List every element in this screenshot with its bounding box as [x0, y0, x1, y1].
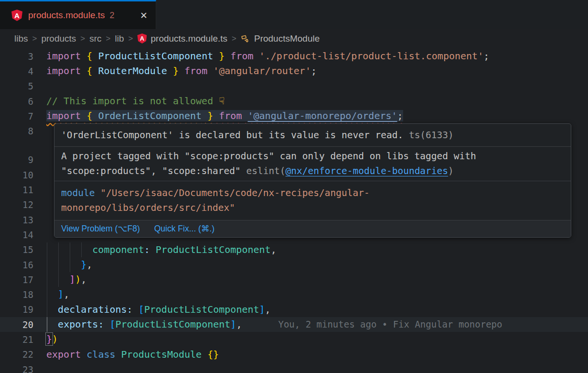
- code-line-19[interactable]: 19 declarations: [ProductListComponent],: [0, 302, 588, 317]
- line-number: 3: [0, 51, 46, 62]
- module-keyword: module: [61, 187, 95, 198]
- eslint-message-line1: A project tagged with "scope:products" c…: [61, 149, 564, 164]
- code-line-4[interactable]: 4import { RouterModule } from '@angular/…: [0, 64, 588, 78]
- line-number: 12: [0, 199, 46, 210]
- indent-guide: [58, 272, 59, 287]
- code-line-17[interactable]: 17 ]),: [0, 272, 588, 287]
- code-line-content: }): [46, 332, 588, 347]
- code-line-6[interactable]: 6// This import is not allowed ☟: [0, 94, 588, 109]
- line-number: 8: [0, 126, 46, 136]
- error-highlight-range: import { OrderListComponent } from '@ang…: [46, 110, 403, 121]
- line-number: 9: [0, 154, 46, 165]
- indent-guide: [70, 242, 70, 257]
- line-number: 15: [0, 244, 46, 255]
- module-path-line1: "/Users/isaac/Documents/code/nx-recipes/…: [95, 187, 369, 198]
- code-line-21[interactable]: 21}): [0, 332, 588, 347]
- indent-guide: [81, 242, 82, 257]
- code-line-content: // This import is not allowed ☟: [46, 94, 588, 109]
- breadcrumb-item-file[interactable]: products.module.ts: [150, 33, 227, 44]
- eslint-message-line2: "scope:products", "scope:shared": [61, 165, 246, 176]
- indent-guide: [70, 257, 70, 272]
- hover-eslint-diagnostic: A project tagged with "scope:products" c…: [54, 147, 571, 181]
- line-number: 14: [0, 230, 46, 240]
- eslint-source-close: ): [448, 165, 454, 176]
- eslint-source-open: eslint(: [246, 165, 285, 176]
- code-line-content: ],: [46, 287, 588, 302]
- indent-guide: [47, 242, 47, 257]
- code-line-content: [46, 79, 588, 94]
- code-line-16[interactable]: 16 },: [0, 257, 588, 272]
- code-line-content: [46, 362, 588, 373]
- indent-guide: [47, 257, 47, 272]
- hover-popup: 'OrderListComponent' is declared but its…: [54, 123, 571, 238]
- line-number: 23: [0, 364, 46, 373]
- tab-problem-count: 2: [110, 11, 115, 21]
- line-number: 6: [0, 96, 46, 107]
- git-blame-annotation: You, 2 minutes ago • Fix Angular monorep…: [278, 319, 502, 329]
- code-line-content: import { RouterModule } from '@angular/r…: [46, 64, 588, 78]
- chevron-right-icon: >: [102, 34, 115, 44]
- symbol-class-icon: [241, 34, 250, 44]
- breadcrumb-item-src[interactable]: src: [89, 33, 101, 44]
- code-line-content: exports: [ProductListComponent],You, 2 m…: [46, 317, 588, 332]
- line-number: 17: [0, 274, 46, 285]
- indent-guide: [58, 257, 59, 272]
- indent-guide: [47, 302, 47, 317]
- tab-title: products.module.ts: [28, 10, 105, 21]
- code-line-content: export class ProductsModule {}: [46, 347, 588, 362]
- chevron-right-icon: >: [76, 34, 89, 44]
- hover-status-bar: View Problem (⌥F8) Quick Fix... (⌘.): [54, 220, 571, 237]
- diagnostic-message: 'OrderListComponent' is declared but its…: [61, 130, 403, 141]
- tab-bar: A products.module.ts 2 ✕: [0, 0, 588, 29]
- code-line-18[interactable]: 18 ],: [0, 287, 588, 302]
- diagnostic-code: ts(6133): [409, 130, 454, 141]
- code-line-content: component: ProductListComponent,: [46, 242, 588, 257]
- angular-icon: A: [11, 10, 22, 21]
- code-line-23[interactable]: 23: [0, 362, 588, 373]
- tab-products-module[interactable]: A products.module.ts 2 ✕: [0, 0, 156, 29]
- line-number: 21: [0, 334, 46, 345]
- indent-guide: [47, 287, 47, 302]
- line-number: 5: [0, 81, 46, 91]
- breadcrumb-item-symbol[interactable]: ProductsModule: [254, 33, 320, 44]
- line-number: 7: [0, 111, 46, 121]
- chevron-right-icon: >: [227, 34, 241, 44]
- breadcrumb: libs > products > src > lib > A products…: [0, 29, 588, 48]
- quick-fix-button[interactable]: Quick Fix... (⌘.): [154, 224, 214, 234]
- code-line-content: },: [46, 257, 588, 272]
- code-line-7[interactable]: 7import { OrderListComponent } from '@an…: [0, 109, 588, 123]
- module-path-line2: monorepo/libs/orders/src/index": [61, 200, 564, 215]
- line-number: 4: [0, 66, 46, 77]
- code-line-22[interactable]: 22export class ProductsModule {}: [0, 347, 588, 362]
- hover-module-info: module "/Users/isaac/Documents/code/nx-r…: [54, 181, 571, 220]
- line-number: 22: [0, 349, 46, 360]
- indent-guide: [47, 272, 47, 287]
- line-number: 10: [0, 170, 46, 180]
- code-line-content: declarations: [ProductListComponent],: [46, 302, 588, 317]
- code-line-content: import { OrderListComponent } from '@ang…: [46, 109, 588, 123]
- hover-ts-diagnostic: 'OrderListComponent' is declared but its…: [54, 124, 571, 147]
- line-number: 16: [0, 260, 46, 270]
- breadcrumb-item-products[interactable]: products: [41, 33, 76, 44]
- close-icon[interactable]: ✕: [138, 10, 150, 22]
- code-line-15[interactable]: 15 component: ProductListComponent,: [0, 242, 588, 257]
- indent-guide: [58, 242, 59, 257]
- code-line-5[interactable]: 5: [0, 79, 588, 94]
- code-line-content: import { ProductListComponent } from './…: [46, 49, 588, 64]
- code-line-3[interactable]: 3import { ProductListComponent } from '.…: [0, 49, 588, 64]
- chevron-right-icon: >: [28, 34, 42, 44]
- eslint-rule-link[interactable]: @nx/enforce-module-boundaries: [286, 165, 448, 176]
- chevron-right-icon: >: [124, 34, 138, 44]
- line-number: 20: [0, 319, 46, 330]
- line-number: 11: [0, 185, 46, 195]
- breadcrumb-item-lib[interactable]: lib: [115, 33, 124, 44]
- code-line-content: ]),: [46, 272, 588, 287]
- line-number: 19: [0, 304, 46, 315]
- breadcrumb-item-libs[interactable]: libs: [14, 33, 28, 44]
- view-problem-button[interactable]: View Problem (⌥F8): [61, 224, 140, 234]
- line-number: 18: [0, 289, 46, 300]
- indent-guide: [47, 317, 47, 332]
- code-line-20[interactable]: 20 exports: [ProductListComponent],You, …: [0, 317, 588, 332]
- angular-icon: A: [137, 33, 147, 44]
- line-number: 13: [0, 215, 46, 225]
